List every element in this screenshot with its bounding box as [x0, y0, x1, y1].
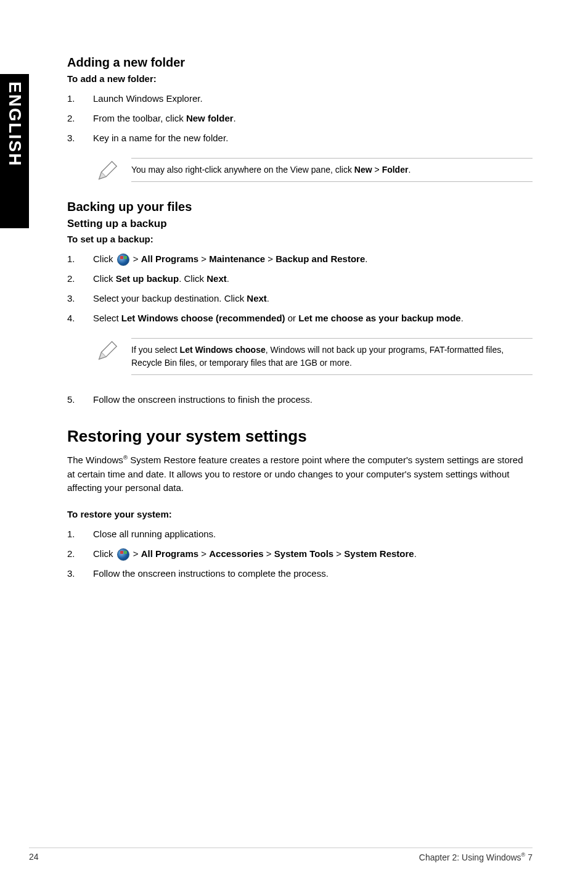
step-number: 2. — [67, 271, 93, 286]
text-fragment: > — [372, 165, 382, 175]
steps-restore: 1. Close all running applications. 2. Cl… — [67, 527, 533, 581]
step-number: 3. — [67, 131, 93, 146]
pencil-icon — [96, 159, 119, 183]
text-fragment: . — [267, 293, 269, 303]
step-text: From the toolbar, click New folder. — [93, 111, 533, 126]
list-item: 5. Follow the onscreen instructions to f… — [67, 392, 533, 407]
note-box: You may also right-click anywhere on the… — [96, 158, 533, 183]
heading-adding-folder: Adding a new folder — [67, 56, 533, 70]
step-number: 1. — [67, 91, 93, 106]
text-fragment: Click — [93, 254, 116, 264]
text-fragment: > — [131, 254, 141, 264]
note-box: If you select Let Windows choose, Window… — [96, 338, 533, 375]
text-fragment: Chapter 2: Using Windows — [419, 852, 521, 862]
text-bold: Next — [247, 293, 267, 303]
step-number: 1. — [67, 527, 93, 542]
text-fragment: Click — [93, 548, 116, 559]
note-text: If you select Let Windows choose, Window… — [131, 338, 533, 375]
step-number: 2. — [67, 111, 93, 126]
step-text: Close all running applications. — [93, 527, 533, 542]
text-bold: New folder — [186, 113, 234, 123]
step-number: 2. — [67, 547, 93, 561]
text-fragment: > — [333, 548, 344, 559]
text-fragment: . — [365, 254, 367, 264]
page-container: Adding a new folder To add a new folder:… — [0, 0, 588, 887]
steps-add-folder: 1. Launch Windows Explorer. 2. From the … — [67, 91, 533, 146]
step-number: 4. — [67, 311, 93, 326]
text-fragment: 7 — [525, 852, 533, 862]
text-bold: Maintenance — [209, 254, 265, 264]
subhead-restore: To restore your system: — [67, 509, 533, 519]
subhead-setup-backup: To set up a backup: — [67, 234, 533, 244]
text-bold: Let Windows choose (recommended) — [121, 313, 285, 323]
step-number: 5. — [67, 392, 93, 407]
text-bold: System Restore — [344, 548, 414, 559]
text-bold: All Programs — [141, 254, 198, 264]
text-fragment: The Windows — [67, 455, 123, 465]
list-item: 1. Close all running applications. — [67, 527, 533, 542]
heading-backup: Backing up your files — [67, 200, 533, 214]
text-bold: Accessories — [209, 548, 263, 559]
step-text: Click > All Programs > Accessories > Sys… — [93, 547, 533, 561]
step-number: 3. — [67, 566, 93, 581]
text-fragment: . — [227, 273, 229, 284]
page-number: 24 — [29, 852, 39, 862]
text-fragment: > — [198, 254, 209, 264]
text-fragment: or — [285, 313, 299, 323]
text-fragment: Select — [93, 313, 121, 323]
step-text: Follow the onscreen instructions to comp… — [93, 566, 533, 581]
step-text: Click Set up backup. Click Next. — [93, 271, 533, 286]
content-area: Adding a new folder To add a new folder:… — [67, 56, 533, 581]
text-fragment: . — [414, 548, 417, 559]
step-text: Select Let Windows choose (recommended) … — [93, 311, 533, 326]
text-bold: Next — [206, 273, 227, 284]
steps-backup-continued: 5. Follow the onscreen instructions to f… — [67, 392, 533, 407]
list-item: 2. Click > All Programs > Accessories > … — [67, 547, 533, 561]
windows-start-icon — [117, 548, 129, 561]
text-fragment: Select your backup destination. Click — [93, 293, 247, 303]
text-bold: New — [354, 165, 372, 175]
text-fragment: . — [408, 165, 410, 175]
text-bold: Set up backup — [116, 273, 179, 284]
step-number: 1. — [67, 252, 93, 266]
text-fragment: If you select — [131, 345, 180, 355]
text-bold: All Programs — [141, 548, 198, 559]
list-item: 3. Select your backup destination. Click… — [67, 291, 533, 306]
registered-mark: ® — [123, 454, 128, 461]
subhead-add-folder: To add a new folder: — [67, 73, 533, 84]
list-item: 3. Follow the onscreen instructions to c… — [67, 566, 533, 581]
text-fragment: > — [264, 548, 274, 559]
text-fragment: > — [198, 548, 209, 559]
page-footer: 24 Chapter 2: Using Windows® 7 — [29, 848, 533, 862]
step-text: Follow the onscreen instructions to fini… — [93, 392, 533, 407]
step-text: Key in a name for the new folder. — [93, 131, 533, 146]
text-bold: Let Windows choose — [180, 345, 266, 355]
text-fragment: You may also right-click anywhere on the… — [131, 165, 354, 175]
text-fragment: From the toolbar, click — [93, 113, 186, 123]
text-fragment: . — [234, 113, 236, 123]
list-item: 1. Click > All Programs > Maintenance > … — [67, 252, 533, 266]
heading-restore: Restoring your system settings — [67, 427, 533, 446]
text-fragment: > — [265, 254, 276, 264]
text-fragment: . — [461, 313, 463, 323]
subheading-setup-backup: Setting up a backup — [67, 218, 533, 230]
step-text: Launch Windows Explorer. — [93, 91, 533, 106]
steps-backup: 1. Click > All Programs > Maintenance > … — [67, 252, 533, 326]
list-item: 3. Key in a name for the new folder. — [67, 131, 533, 146]
list-item: 2. From the toolbar, click New folder. — [67, 111, 533, 126]
text-fragment: Click — [93, 273, 116, 284]
text-fragment: System Restore feature creates a restore… — [67, 455, 523, 493]
list-item: 2. Click Set up backup. Click Next. — [67, 271, 533, 286]
note-text: You may also right-click anywhere on the… — [131, 158, 533, 182]
list-item: 4. Select Let Windows choose (recommende… — [67, 311, 533, 326]
text-bold: System Tools — [274, 548, 333, 559]
pencil-icon — [96, 339, 119, 363]
list-item: 1. Launch Windows Explorer. — [67, 91, 533, 106]
chapter-label: Chapter 2: Using Windows® 7 — [419, 852, 533, 862]
text-fragment: > — [131, 548, 141, 559]
text-fragment: . Click — [179, 273, 206, 284]
text-bold: Backup and Restore — [276, 254, 365, 264]
step-text: Select your backup destination. Click Ne… — [93, 291, 533, 306]
step-number: 3. — [67, 291, 93, 306]
windows-start-icon — [117, 254, 129, 266]
